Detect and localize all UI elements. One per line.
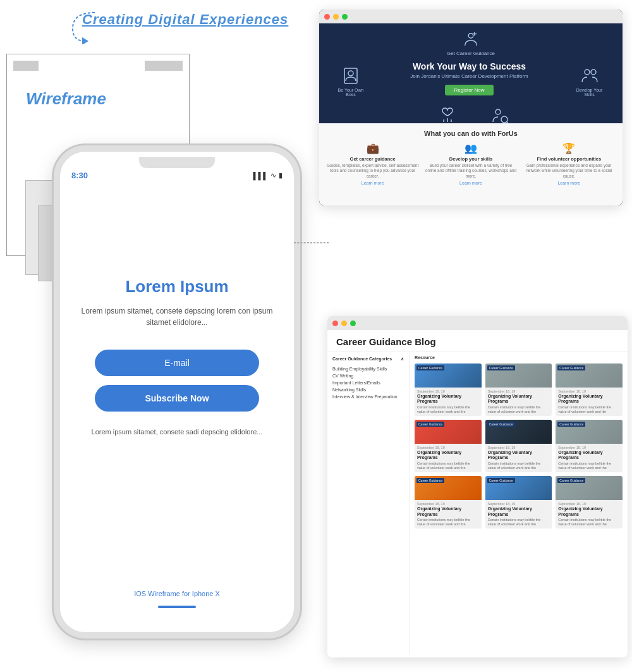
- status-icons: ▌▌▌ ∿ ▮: [253, 171, 283, 180]
- status-time: 8:30: [71, 171, 88, 180]
- email-button[interactable]: E-mail: [95, 350, 259, 376]
- blog-card-body: September 18, 19 Organizing Voluntary Pr…: [485, 500, 552, 528]
- what-item-volunteer: 🏆 Find volunteer opportunities Gain prof…: [523, 142, 615, 185]
- blog-card-body: September 18, 19 Organizing Voluntary Pr…: [556, 500, 623, 528]
- blog-card-badge: Career Guidance: [487, 422, 515, 427]
- browser2-maximize-btn[interactable]: [350, 321, 356, 326]
- iphone-notch: [139, 157, 215, 168]
- iphone-mockup: 8:30 ▌▌▌ ∿ ▮ Lorem Ipsum Lorem ipsum sit…: [54, 145, 300, 638]
- wireframe-rect-top-left: [13, 61, 39, 71]
- blog-card-image: Career Guidance: [485, 420, 552, 444]
- svg-marker-0: [82, 37, 88, 44]
- browser2-blog-page: Career Guidance Blog Career Guidance Cat…: [327, 330, 628, 657]
- blog-card-date: September 18, 19: [488, 502, 550, 506]
- what-items-grid: 💼 Get career guidance Guides, templates,…: [327, 142, 615, 185]
- iphone-side-button: [54, 221, 54, 240]
- blog-main-content: Resource Career Guidance September 18, 1…: [410, 351, 628, 654]
- blog-card[interactable]: Career Guidance September 18, 19 Organiz…: [415, 476, 482, 528]
- browser-titlebar-1: [319, 9, 623, 23]
- blog-body: Career Guidance Categories ∧ Building Em…: [327, 351, 628, 654]
- collapse-icon[interactable]: ∧: [401, 357, 404, 362]
- what-item-volunteer-title: Find volunteer opportunities: [523, 156, 615, 162]
- register-now-button[interactable]: Register Now: [445, 85, 493, 95]
- blog-category-item-3[interactable]: Important Letters/Emails: [332, 379, 404, 386]
- blog-card-body: September 18, 19 Organizing Voluntary Pr…: [485, 444, 552, 472]
- browser2-minimize-btn[interactable]: [341, 321, 347, 326]
- blog-card[interactable]: Career Guidance September 18, 19 Organiz…: [556, 363, 623, 416]
- blog-card-body: September 18, 19 Organizing Voluntary Pr…: [556, 388, 623, 416]
- blog-card-badge: Career Guidance: [487, 478, 515, 483]
- blog-card-badge: Career Guidance: [557, 365, 585, 370]
- career-hero-main: Work Your Way to Success Join Jordan's U…: [410, 61, 528, 95]
- browser-window-1: Get Career Guidance Be Your Own Boss Wor…: [319, 9, 623, 205]
- blog-card-image: Career Guidance: [485, 476, 552, 500]
- career-nav-icons: Get Career Guidance: [329, 31, 613, 56]
- blog-card-image: Career Guidance: [556, 363, 623, 388]
- blog-card[interactable]: Career Guidance September 18, 19 Organiz…: [485, 363, 552, 416]
- blog-card-date: September 18, 19: [488, 389, 550, 393]
- what-you-can-do-section: What you can do with ForUs 💼 Get career …: [319, 123, 623, 205]
- browser-minimize-btn[interactable]: [333, 14, 339, 20]
- iphone-bottom-label: IOS Wireframe for Iphone X: [60, 590, 294, 597]
- develop-skills-item: Develop Your Skills: [572, 66, 607, 97]
- blog-card[interactable]: Career Guidance September 18, 19 Organiz…: [415, 363, 482, 416]
- iphone-side-button2: [54, 247, 54, 278]
- blog-card[interactable]: Career Guidance September 18, 19 Organiz…: [415, 420, 482, 472]
- blog-card-title: Organizing Voluntary Programs: [417, 450, 479, 461]
- browser2-close-btn[interactable]: [332, 321, 338, 326]
- blog-card-image: Career Guidance: [485, 363, 552, 388]
- blog-card-title: Organizing Voluntary Programs: [558, 394, 620, 405]
- blog-card-date: September 18, 19: [558, 389, 620, 393]
- blog-card-description: Certain institutions may belittle the va…: [488, 518, 550, 527]
- career-guidance-what-icon: 💼: [327, 142, 418, 154]
- what-item-skills-link[interactable]: Learn more: [425, 181, 516, 185]
- blog-card-image: Career Guidance: [556, 420, 623, 444]
- blog-category-item-1[interactable]: Building Employability Skills: [332, 365, 404, 372]
- svg-point-4: [585, 70, 590, 75]
- blog-card-description: Certain institutions may belittle the va…: [558, 461, 620, 470]
- blog-card-badge: Career Guidance: [416, 422, 444, 427]
- browser-titlebar-2: [327, 316, 628, 330]
- blog-card-badge: Career Guidance: [416, 365, 444, 370]
- what-item-skills: 👥 Develop your skills Build your career …: [425, 142, 516, 185]
- browser-close-btn[interactable]: [324, 14, 330, 20]
- what-item-career-title: Get career guidance: [327, 156, 418, 162]
- blog-card[interactable]: Career Guidance September 18, 19 Organiz…: [485, 420, 552, 472]
- blog-sidebar-header: Career Guidance Categories ∧: [332, 357, 404, 362]
- browser-window-2: Career Guidance Blog Career Guidance Cat…: [327, 316, 628, 657]
- wireframe-label: Wireframe: [26, 89, 106, 109]
- blog-card-date: September 18, 19: [417, 446, 479, 449]
- blog-header: Career Guidance Blog: [327, 330, 628, 351]
- blog-card-badge: Career Guidance: [416, 478, 444, 483]
- blog-card-date: September 18, 19: [417, 502, 479, 506]
- blog-category-item-5[interactable]: Interview & Interview Preparation: [332, 393, 404, 400]
- blog-card[interactable]: Career Guidance September 18, 19 Organiz…: [556, 476, 623, 528]
- blog-sidebar: Career Guidance Categories ∧ Building Em…: [327, 351, 410, 654]
- battery-icon: ▮: [279, 171, 283, 180]
- browser-maximize-btn[interactable]: [342, 14, 348, 20]
- wireframe-rect-top-right: [145, 61, 183, 71]
- what-item-career-link[interactable]: Learn more: [327, 181, 418, 185]
- blog-title: Career Guidance Blog: [336, 336, 619, 347]
- what-item-skills-title: Develop your skills: [425, 156, 516, 162]
- blog-card-description: Certain institutions may belittle the va…: [488, 405, 550, 414]
- blog-card-description: Certain institutions may belittle the va…: [558, 405, 620, 414]
- blog-card[interactable]: Career Guidance September 18, 19 Organiz…: [485, 476, 552, 528]
- blog-category-item-2[interactable]: CV Writing: [332, 372, 404, 379]
- subscribe-now-button[interactable]: Subscribe Now: [95, 385, 259, 412]
- be-your-own-boss-label: Be Your Own Boss: [335, 88, 367, 97]
- blog-card-title: Organizing Voluntary Programs: [417, 506, 479, 517]
- blog-card-description: Certain institutions may belittle the va…: [417, 461, 479, 470]
- what-item-volunteer-link[interactable]: Learn more: [523, 181, 615, 185]
- blog-card-body: September 18, 19 Organizing Voluntary Pr…: [415, 388, 482, 416]
- svg-point-6: [495, 109, 501, 114]
- blog-card[interactable]: Career Guidance September 18, 19 Organiz…: [556, 420, 623, 472]
- career-guidance-label: Get Career Guidance: [447, 51, 495, 56]
- iphone-status-bar: 8:30 ▌▌▌ ∿ ▮: [71, 171, 283, 180]
- blog-card-badge: Career Guidance: [487, 365, 515, 370]
- blog-card-description: Certain institutions may belittle the va…: [488, 461, 550, 470]
- decorative-arrow: [63, 9, 101, 44]
- blog-category-item-4[interactable]: Networking Skills: [332, 386, 404, 393]
- blog-card-body: September 18, 19 Organizing Voluntary Pr…: [415, 444, 482, 472]
- blog-card-date: September 18, 19: [417, 389, 479, 393]
